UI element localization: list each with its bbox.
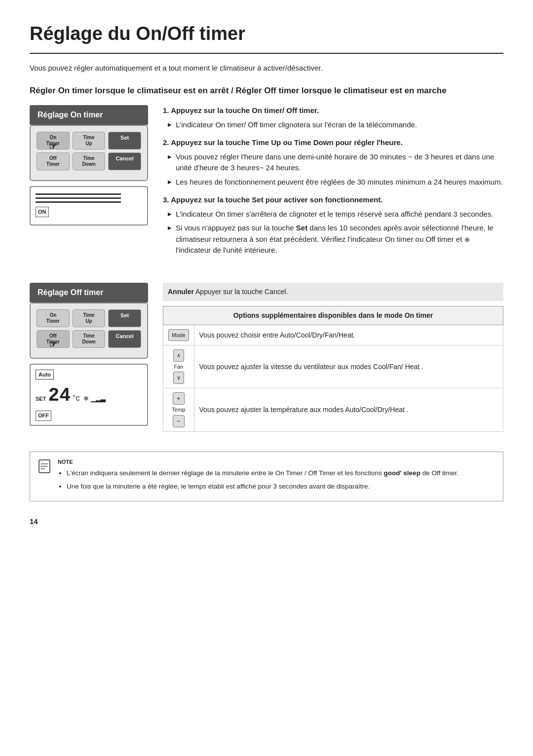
- time-down-btn[interactable]: Time Down: [73, 152, 106, 170]
- off-timer-btn-2[interactable]: Off Timer ☞: [37, 330, 70, 348]
- fan-icon-cell: ∧ Fan ∨: [163, 345, 194, 388]
- subtitle: Vous pouvez régler automatiquement et a …: [30, 63, 503, 74]
- cancel-btn-2[interactable]: Cancel: [108, 330, 141, 348]
- fan-description: Vous pouvez ajuster la vitesse du ventil…: [194, 345, 503, 388]
- temp-icon-cell: + Temp −: [163, 388, 194, 432]
- off-timer-btn[interactable]: Off Timer: [37, 152, 70, 170]
- options-table-header: Options supplémentaires disponibles dans…: [163, 306, 503, 325]
- page-title: Réglage du On/Off timer: [30, 20, 503, 54]
- note-icon: [37, 459, 52, 495]
- table-row: + Temp − Vous pouvez ajuster la températ…: [163, 388, 503, 432]
- mode-description: Vous pouvez choisir entre Auto/Cool/Dry/…: [194, 325, 503, 345]
- off-indicator: OFF: [36, 411, 51, 421]
- temp-unit: °c: [73, 392, 79, 404]
- step-2-bullet-1: Vous pouvez régler l'heure dans une demi…: [168, 151, 503, 174]
- mode-icon: Mode: [168, 329, 189, 341]
- table-row: Mode Vous pouvez choisir entre Auto/Cool…: [163, 325, 503, 345]
- on-timer-btn-2[interactable]: On Timer: [37, 309, 70, 327]
- steps-list: 1. Appuyez sur la touche On timer/ Off t…: [163, 105, 503, 263]
- step-2: 2. Appuyez sur la touche Time Up ou Time…: [163, 137, 503, 188]
- temperature-display: 24: [48, 381, 71, 410]
- note-bullet-2: Une fois que la minuterie a été réglée, …: [67, 482, 458, 492]
- step-2-bullet-2: Les heures de fonctionnement peuvent êtr…: [168, 177, 503, 188]
- note-box: NOTE L'écran indiquera seulement le dern…: [30, 452, 503, 501]
- off-timer-label: Réglage Off timer: [30, 283, 148, 302]
- options-table: Options supplémentaires disponibles dans…: [163, 306, 503, 432]
- time-up-btn[interactable]: Time Up: [73, 132, 106, 150]
- time-up-btn-2[interactable]: Time Up: [73, 309, 106, 327]
- note-label: NOTE: [58, 458, 458, 466]
- step-3-bullet-2: Si vous n'appuyez pas sur la touche Set …: [168, 223, 503, 256]
- set-prefix: SET: [36, 395, 46, 403]
- on-timer-label: Réglage On timer: [30, 105, 148, 125]
- fan-label: Fan: [174, 363, 183, 371]
- temp-minus-icon: −: [173, 415, 185, 428]
- section-heading: Régler On timer lorsque le climatiseur e…: [30, 85, 503, 97]
- table-row: ∧ Fan ∨ Vous pouvez ajuster la vitesse d…: [163, 345, 503, 388]
- on-timer-btn[interactable]: On Timer ☞: [37, 132, 70, 150]
- temp-plus-icon: +: [173, 392, 185, 405]
- on-timer-display: ON: [30, 186, 148, 226]
- step-1-bullet-1: L'indicateur On timer/ Off timer clignot…: [168, 119, 503, 131]
- note-bullet-1: L'écran indiquera seulement le dernier r…: [67, 468, 458, 479]
- off-timer-display: Auto SET 24 °c ❄ ▁▂▃ OFF: [30, 364, 148, 426]
- page-number: 14: [30, 516, 503, 528]
- temp-label: Temp: [172, 406, 185, 414]
- step-1-title: 1. Appuyez sur la touche On timer/ Off t…: [163, 105, 503, 116]
- mode-icon-cell: Mode: [163, 325, 194, 345]
- step-3: 3. Appuyez sur la touche Set pour active…: [163, 194, 503, 256]
- off-timer-right: Annuler Appuyer sur la touche Cancel. Op…: [163, 283, 503, 432]
- fan-icons: ❄ ▁▂▃: [83, 394, 106, 404]
- note-text: NOTE L'écran indiquera seulement le dern…: [58, 458, 458, 495]
- on-timer-remote: On Timer ☞ Time Up Set Off Timer Time Do…: [30, 125, 148, 181]
- cancel-btn[interactable]: Cancel: [108, 152, 141, 170]
- step-1: 1. Appuyez sur la touche On timer/ Off t…: [163, 105, 503, 130]
- on-indicator: ON: [36, 207, 49, 217]
- fan-up-icon: ∧: [173, 349, 184, 362]
- fan-down-icon: ∨: [173, 372, 184, 384]
- set-btn[interactable]: Set: [108, 132, 141, 150]
- step-3-title: 3. Appuyez sur la touche Set pour active…: [163, 194, 503, 206]
- off-timer-remote: On Timer Time Up Set Off Timer ☞ Time Do…: [30, 302, 148, 359]
- step-3-bullet-1: L'indicateur On timer s'arrêtera de clig…: [168, 209, 503, 220]
- step-2-title: 2. Appuyez sur la touche Time Up ou Time…: [163, 137, 503, 149]
- set-btn-2[interactable]: Set: [108, 309, 141, 327]
- annuler-row: Annuler Appuyer sur la touche Cancel.: [163, 283, 503, 301]
- time-down-btn-2[interactable]: Time Down: [73, 330, 106, 348]
- temp-description: Vous pouvez ajuster la température aux m…: [194, 388, 503, 432]
- auto-label: Auto: [36, 370, 54, 380]
